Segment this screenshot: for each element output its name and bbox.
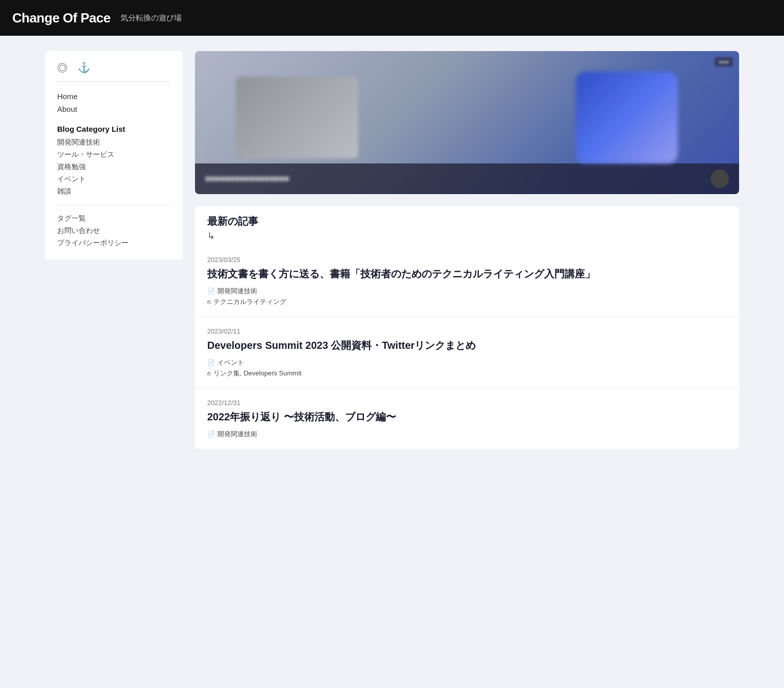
cat-event[interactable]: イベント bbox=[57, 173, 170, 185]
sidebar-icon-row: ◎ ⚓ bbox=[57, 61, 170, 82]
hero-image: ●●● ■■■■■■■■■■■■■■■■■ bbox=[195, 51, 739, 194]
article-tags: ⎋ テクニカルライティング bbox=[207, 297, 727, 306]
nav-home[interactable]: Home bbox=[57, 90, 170, 103]
tag-icon: ⎋ bbox=[207, 370, 211, 377]
article-title[interactable]: 2022年振り返り 〜技術活動、ブログ編〜 bbox=[207, 410, 727, 424]
category-label[interactable]: イベント bbox=[217, 358, 244, 367]
site-title[interactable]: Change Of Pace bbox=[12, 10, 110, 26]
category-icon: 📄 bbox=[207, 288, 215, 295]
blog-category-list-title: Blog Category List bbox=[57, 125, 170, 133]
article-date: 2022/12/31 bbox=[207, 399, 727, 407]
rss-icon[interactable]: ↳ bbox=[207, 230, 727, 242]
article-category: 📄 イベント bbox=[207, 358, 727, 367]
tags-label: リンク集, Developers Summit bbox=[213, 369, 302, 378]
site-subtitle: 気分転換の遊び場 bbox=[120, 13, 182, 23]
category-label[interactable]: 開発関連技術 bbox=[217, 287, 257, 296]
articles-container: 2023/03/25 技術文書を書く方に送る、書籍「技術者のためのテクニカルライ… bbox=[195, 246, 739, 449]
article-title[interactable]: 技術文書を書く方に送る、書籍「技術者のためのテクニカルライティング入門講座」 bbox=[207, 267, 727, 281]
category-icon: 📄 bbox=[207, 431, 215, 438]
article-date: 2023/02/11 bbox=[207, 327, 727, 335]
cat-study[interactable]: 資格勉強 bbox=[57, 161, 170, 173]
tag-icon: ⎋ bbox=[207, 298, 211, 305]
hero-card: ●●● ■■■■■■■■■■■■■■■■■ bbox=[195, 51, 739, 194]
section-title: 最新の記事 bbox=[207, 215, 727, 228]
article-meta: 📄 イベント ⎋ リンク集, Developers Summit bbox=[207, 358, 727, 378]
sidebar: ◎ ⚓ Home About Blog Category List 開発関連技術… bbox=[45, 51, 183, 259]
article-item: 2023/03/25 技術文書を書く方に送る、書籍「技術者のためのテクニカルライ… bbox=[195, 246, 739, 317]
anchor-icon[interactable]: ⚓ bbox=[78, 61, 90, 75]
link-privacy[interactable]: プライバシーポリシー bbox=[57, 237, 170, 249]
article-item: 2022/12/31 2022年振り返り 〜技術活動、ブログ編〜 📄 開発関連技… bbox=[195, 389, 739, 449]
link-contact[interactable]: お問い合わせ bbox=[57, 225, 170, 237]
article-tags: ⎋ リンク集, Developers Summit bbox=[207, 369, 727, 378]
section-title-area: 最新の記事 ↳ bbox=[195, 206, 739, 246]
article-meta: 📄 開発関連技術 bbox=[207, 430, 727, 439]
article-date: 2023/03/25 bbox=[207, 256, 727, 264]
main-content: ●●● ■■■■■■■■■■■■■■■■■ 最新の記事 ↳ 2023/03/25… bbox=[195, 51, 739, 449]
cat-tools[interactable]: ツール・サービス bbox=[57, 149, 170, 161]
link-tags[interactable]: タグ一覧 bbox=[57, 212, 170, 225]
cat-dev[interactable]: 開発関連技術 bbox=[57, 136, 170, 149]
category-label[interactable]: 開発関連技術 bbox=[217, 430, 257, 439]
article-category: 📄 開発関連技術 bbox=[207, 287, 727, 296]
location-icon[interactable]: ◎ bbox=[57, 61, 67, 75]
hero-shape-gray bbox=[236, 77, 358, 158]
sidebar-divider bbox=[57, 205, 170, 205]
page-body: ◎ ⚓ Home About Blog Category List 開発関連技術… bbox=[35, 36, 749, 464]
hero-image-content bbox=[195, 51, 739, 194]
tags-label: テクニカルライティング bbox=[213, 297, 286, 306]
article-item: 2023/02/11 Developers Summit 2023 公開資料・T… bbox=[195, 317, 739, 389]
nav-about[interactable]: About bbox=[57, 103, 170, 115]
category-icon: 📄 bbox=[207, 359, 215, 366]
article-meta: 📄 開発関連技術 ⎋ テクニカルライティング bbox=[207, 287, 727, 306]
article-title[interactable]: Developers Summit 2023 公開資料・Twitterリンクまと… bbox=[207, 338, 727, 353]
hero-shape-blue bbox=[576, 72, 678, 163]
site-header: Change Of Pace 気分転換の遊び場 bbox=[0, 0, 784, 36]
article-category: 📄 開発関連技術 bbox=[207, 430, 727, 439]
cat-chat[interactable]: 雑談 bbox=[57, 185, 170, 198]
